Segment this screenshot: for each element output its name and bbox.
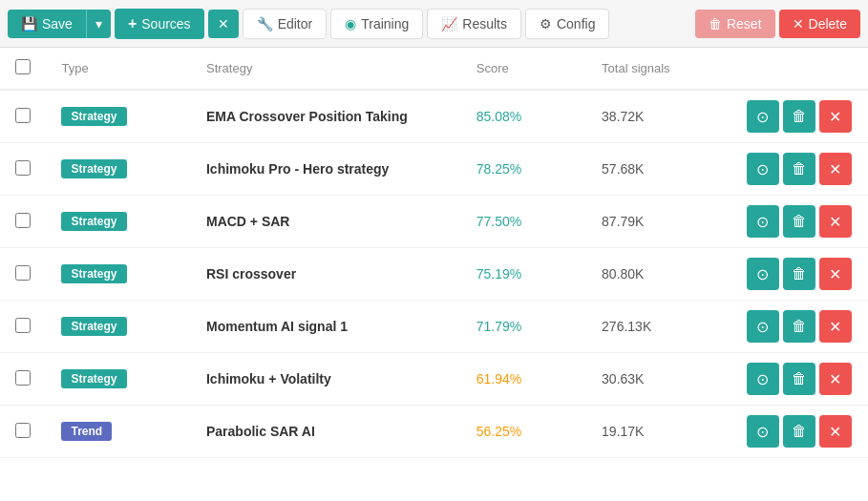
toolbar: 💾 Save ▾ + Sources ✕ 🔧 Editor ◉ Training… — [0, 0, 868, 48]
type-badge-6: Trend — [61, 422, 112, 441]
row-radio-button-2[interactable]: ⊙ — [747, 205, 779, 238]
trash-icon-0: 🗑 — [792, 108, 807, 125]
row-actions-cell-3: ⊙ 🗑 ✕ — [731, 248, 868, 301]
strategy-name-5: Ichimoku + Volatilty — [206, 371, 331, 386]
row-radio-button-0[interactable]: ⊙ — [747, 100, 779, 133]
row-close-button-3[interactable]: ✕ — [819, 258, 852, 290]
row-score-cell-6: 56.25% — [461, 406, 586, 458]
row-close-button-0[interactable]: ✕ — [819, 100, 852, 133]
row-checkbox-2[interactable] — [15, 213, 31, 228]
row-close-button-2[interactable]: ✕ — [819, 205, 852, 238]
row-checkbox-cell — [0, 248, 46, 301]
select-all-checkbox[interactable] — [15, 59, 31, 74]
config-button[interactable]: ⚙ Config — [525, 9, 609, 39]
radio-icon-4: ⊙ — [756, 318, 769, 336]
row-trash-button-2[interactable]: 🗑 — [783, 205, 815, 238]
row-actions-1: ⊙ 🗑 ✕ — [747, 153, 853, 185]
row-trash-button-5[interactable]: 🗑 — [783, 363, 815, 395]
radio-icon-1: ⊙ — [756, 160, 769, 178]
reset-button[interactable]: 🗑 Reset — [695, 10, 775, 38]
row-close-button-5[interactable]: ✕ — [819, 363, 852, 395]
close-icon-1: ✕ — [829, 160, 841, 178]
delete-button[interactable]: ✕ Delete — [779, 10, 860, 38]
delete-x-icon: ✕ — [793, 16, 804, 31]
row-close-button-1[interactable]: ✕ — [819, 153, 852, 185]
row-radio-button-4[interactable]: ⊙ — [747, 310, 779, 343]
training-button[interactable]: ◉ Training — [330, 9, 423, 39]
row-checkbox-3[interactable] — [15, 265, 31, 281]
score-value-1: 78.25% — [476, 161, 521, 177]
row-checkbox-6[interactable] — [15, 423, 31, 438]
strategies-table: Type Strategy Score Total signals Strate… — [0, 48, 868, 458]
signals-value-5: 30.63K — [602, 371, 644, 386]
score-value-4: 71.79% — [476, 319, 521, 334]
row-strategy-cell-0: EMA Crossover Position Taking — [191, 90, 461, 143]
row-radio-button-3[interactable]: ⊙ — [747, 258, 779, 290]
header-score: Score — [461, 48, 586, 90]
table-row: Strategy RSI crossover 75.19% 80.80K ⊙ 🗑… — [0, 248, 868, 301]
gear-icon: ⚙ — [540, 16, 552, 31]
row-close-button-4[interactable]: ✕ — [819, 310, 852, 343]
close-icon-3: ✕ — [829, 265, 841, 283]
row-checkbox-0[interactable] — [15, 108, 31, 123]
strategy-name-3: RSI crossover — [206, 266, 296, 282]
row-radio-button-1[interactable]: ⊙ — [747, 153, 779, 185]
row-actions-5: ⊙ 🗑 ✕ — [747, 363, 853, 395]
circle-dot-icon: ◉ — [345, 16, 356, 31]
close-icon-6: ✕ — [829, 423, 841, 441]
editor-button[interactable]: 🔧 Editor — [243, 9, 328, 39]
save-dropdown-button[interactable]: ▾ — [86, 10, 111, 38]
save-icon: 💾 — [21, 16, 37, 31]
row-actions-2: ⊙ 🗑 ✕ — [747, 205, 853, 238]
config-label: Config — [557, 16, 595, 31]
row-actions-cell-5: ⊙ 🗑 ✕ — [731, 353, 868, 406]
row-strategy-cell-6: Parabolic SAR AI — [191, 406, 461, 458]
type-badge-2: Strategy — [61, 212, 126, 231]
row-trash-button-3[interactable]: 🗑 — [783, 258, 815, 290]
radio-icon-2: ⊙ — [756, 213, 769, 231]
header-checkbox-cell — [0, 48, 46, 90]
row-radio-button-5[interactable]: ⊙ — [747, 363, 779, 395]
row-checkbox-5[interactable] — [15, 370, 31, 386]
row-close-button-6[interactable]: ✕ — [819, 415, 852, 448]
row-score-cell-2: 77.50% — [461, 196, 586, 248]
plus-icon: + — [128, 15, 137, 32]
row-score-cell-1: 78.25% — [461, 143, 586, 196]
row-trash-button-1[interactable]: 🗑 — [783, 153, 815, 185]
row-radio-button-6[interactable]: ⊙ — [747, 415, 779, 448]
close-button[interactable]: ✕ — [208, 10, 239, 38]
type-badge-5: Strategy — [61, 369, 126, 388]
table-row: Strategy Momentum AI signal 1 71.79% 276… — [0, 301, 868, 353]
row-trash-button-4[interactable]: 🗑 — [783, 310, 815, 343]
strategy-name-2: MACD + SAR — [206, 214, 290, 229]
strategies-table-container: Type Strategy Score Total signals Strate… — [0, 48, 868, 458]
row-checkbox-cell — [0, 90, 46, 143]
type-badge-4: Strategy — [61, 317, 126, 336]
row-checkbox-1[interactable] — [15, 160, 31, 176]
row-actions-cell-2: ⊙ 🗑 ✕ — [731, 196, 868, 248]
header-total-signals: Total signals — [586, 48, 731, 90]
row-strategy-cell-5: Ichimoku + Volatilty — [191, 353, 461, 406]
row-actions-cell-0: ⊙ 🗑 ✕ — [731, 90, 868, 143]
radio-icon-0: ⊙ — [756, 108, 769, 126]
table-header-row: Type Strategy Score Total signals — [0, 48, 868, 90]
editor-label: Editor — [278, 16, 313, 31]
save-button[interactable]: 💾 Save — [8, 10, 86, 38]
signals-value-6: 19.17K — [602, 424, 644, 439]
strategy-name-6: Parabolic SAR AI — [206, 424, 315, 439]
close-icon-4: ✕ — [829, 318, 841, 336]
row-signals-cell-0: 38.72K — [586, 90, 731, 143]
row-type-cell-6: Trend — [46, 406, 191, 458]
row-checkbox-4[interactable] — [15, 318, 31, 333]
table-row: Strategy EMA Crossover Position Taking 8… — [0, 90, 868, 143]
score-value-2: 77.50% — [476, 214, 521, 229]
row-score-cell-3: 75.19% — [461, 248, 586, 301]
row-trash-button-6[interactable]: 🗑 — [783, 415, 815, 448]
row-trash-button-0[interactable]: 🗑 — [783, 100, 815, 133]
sources-button[interactable]: + Sources — [115, 9, 204, 39]
results-button[interactable]: 📈 Results — [427, 9, 521, 39]
row-actions-0: ⊙ 🗑 ✕ — [747, 100, 853, 133]
chart-icon: 📈 — [441, 16, 457, 31]
row-strategy-cell-4: Momentum AI signal 1 — [191, 301, 461, 353]
row-checkbox-cell — [0, 406, 46, 458]
